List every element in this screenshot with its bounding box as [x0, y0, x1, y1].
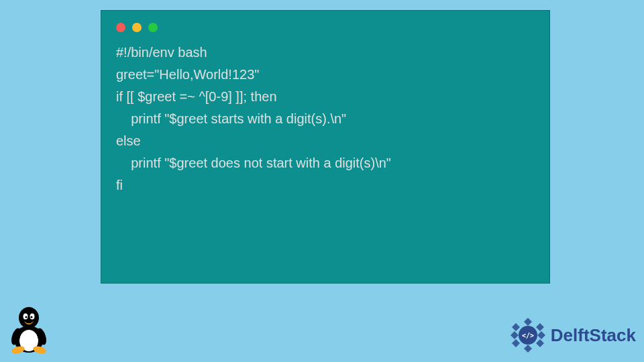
svg-point-6	[30, 316, 32, 318]
code-line: greet="Hello,World!123"	[116, 64, 535, 86]
minimize-icon	[132, 23, 142, 32]
code-line: #!/bin/env bash	[116, 42, 535, 64]
delftstack-badge-icon: </>	[509, 316, 547, 354]
code-window: #!/bin/env bash greet="Hello,World!123" …	[101, 10, 550, 284]
code-line: printf "$greet starts with a digit(s).\n…	[116, 108, 535, 130]
code-line: printf "$greet does not start with a dig…	[116, 152, 535, 174]
svg-point-2	[19, 307, 39, 328]
svg-text:</>: </>	[522, 332, 534, 339]
close-icon	[116, 23, 125, 32]
delftstack-text: DelftStack	[551, 325, 636, 346]
svg-point-5	[25, 316, 27, 318]
code-line: if [[ $greet =~ ^[0-9] ]]; then	[116, 86, 535, 108]
code-line: fi	[116, 174, 535, 196]
tux-penguin-icon	[8, 306, 50, 357]
window-controls	[116, 23, 535, 32]
maximize-icon	[148, 23, 158, 32]
delftstack-logo: </> DelftStack	[509, 316, 636, 354]
code-line: else	[116, 130, 535, 152]
